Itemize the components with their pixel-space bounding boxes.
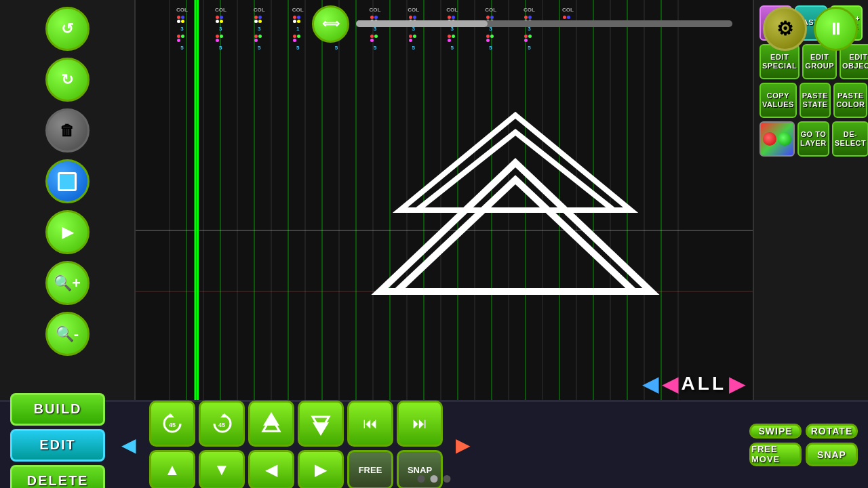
snap-button[interactable]: SNAP [806, 443, 858, 466]
page-dot-2[interactable] [431, 475, 438, 483]
slider-handle-btn[interactable]: ⟺ [312, 5, 349, 43]
slider-track[interactable] [356, 20, 732, 27]
all-label: ALL [682, 373, 726, 394]
pause-button[interactable]: ⏸ [814, 7, 858, 51]
grid-svg [136, 0, 753, 400]
svg-marker-40 [220, 413, 229, 418]
all-arrow-far-left[interactable]: ◀ [642, 371, 659, 396]
copy-values-button[interactable]: COPY VALUES [760, 83, 797, 118]
nav-left-arrow[interactable]: ◀ [115, 428, 142, 462]
svg-text:45: 45 [218, 422, 225, 428]
right-toolbar: COPY PASTE COPY + PASTE EDIT SPECIAL EDI… [753, 0, 868, 400]
top-right-buttons: ⚙ ⏸ [763, 7, 858, 51]
rotate-button[interactable]: ROTATE [806, 424, 858, 439]
delete-button[interactable]: 🗑 [45, 108, 90, 152]
color-picker-button[interactable] [760, 121, 795, 157]
zoom-in-button[interactable]: 🔍+ [45, 261, 90, 305]
svg-marker-38 [166, 413, 174, 418]
left-toolbar: ↺ ↻ 🗑 ▶ 🔍+ 🔍- [0, 0, 136, 400]
bottom-toolbar: BUILD EDIT DELETE ◀ 45 45 [0, 400, 868, 488]
edit-mode-button[interactable]: EDIT [10, 429, 105, 462]
paste-state-button[interactable]: PASTE STATE [800, 83, 831, 118]
undo-button[interactable]: ↺ [45, 7, 90, 51]
forward-btn[interactable]: ⏭ [397, 401, 443, 447]
nav-right-arrow[interactable]: ▶ [450, 428, 477, 462]
all-arrow-left[interactable]: ◀ [662, 371, 679, 396]
build-mode-button[interactable]: BUILD [10, 393, 105, 426]
swipe-button[interactable]: SWIPE [749, 424, 802, 439]
svg-text:45: 45 [169, 422, 176, 428]
rotate-cw-btn[interactable]: 45 [199, 401, 245, 447]
all-navigation: ◀ ◀ ALL ▶ [642, 371, 746, 396]
free-move-button[interactable]: FREE MOVE [749, 443, 802, 466]
zoom-out-button[interactable]: 🔍- [45, 312, 90, 356]
all-arrow-right[interactable]: ▶ [729, 371, 746, 396]
center-buttons: 45 45 ⏮ ⏭ [149, 401, 443, 488]
settings-button[interactable]: ⚙ [763, 7, 807, 51]
flip-vertical-up-btn[interactable] [248, 401, 294, 447]
deselect-button[interactable]: DE- SELECT [832, 121, 868, 157]
paste-color-button[interactable]: PASTE COLOR [833, 83, 867, 118]
free-btn[interactable]: FREE [347, 450, 393, 488]
select-button[interactable] [45, 159, 90, 203]
svg-marker-43 [263, 412, 279, 426]
mode-buttons: BUILD EDIT DELETE [10, 393, 105, 489]
bottom-right-actions: SWIPE ROTATE FREE MOVE SNAP [749, 424, 858, 466]
canvas-area: COL 3 5 COL 3 [136, 0, 753, 400]
page-dots [418, 475, 451, 483]
svg-marker-45 [313, 422, 329, 436]
flip-vertical-down-btn[interactable] [298, 401, 344, 447]
go-to-layer-button[interactable]: GO TO LAYER [797, 121, 829, 157]
slider-area: ⟺ [312, 10, 732, 37]
rewind-btn[interactable]: ⏮ [347, 401, 393, 447]
page-dot-1[interactable] [418, 475, 425, 483]
move-up-btn[interactable]: ▲ [149, 450, 195, 488]
selection-line [197, 0, 199, 400]
redo-button[interactable]: ↻ [45, 58, 90, 102]
rotate-ccw-btn[interactable]: 45 [149, 401, 195, 447]
page-dot-3[interactable] [443, 475, 451, 483]
play-button[interactable]: ▶ [45, 210, 90, 254]
move-right-btn[interactable]: ▶ [298, 450, 344, 488]
move-left-btn[interactable]: ◀ [248, 450, 294, 488]
move-down-btn[interactable]: ▼ [199, 450, 245, 488]
delete-mode-button[interactable]: DELETE [10, 465, 105, 489]
